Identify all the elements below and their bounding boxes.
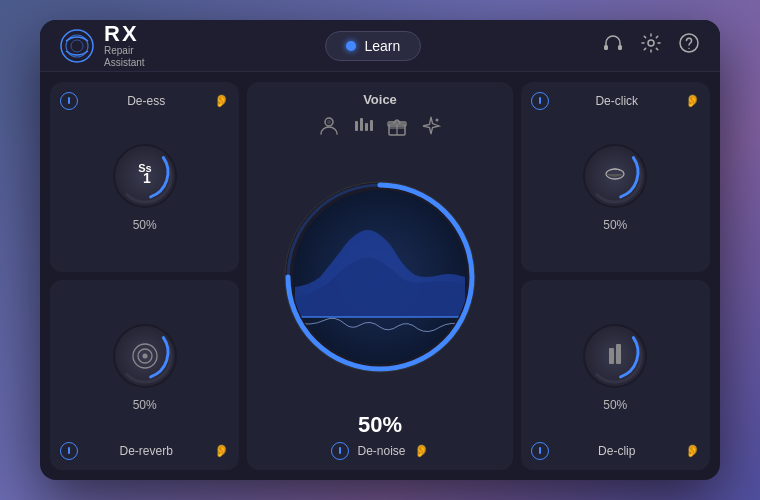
voice-sparkle-icon[interactable]	[420, 115, 442, 142]
svg-point-2	[71, 40, 83, 52]
de-click-power[interactable]	[531, 92, 549, 110]
app-window: RX Repair Assistant Learn	[40, 20, 720, 480]
learn-button[interactable]: Learn	[325, 31, 421, 61]
svg-rect-14	[355, 121, 358, 131]
de-clip-value: 50%	[603, 398, 627, 412]
de-reverb-value: 50%	[133, 398, 157, 412]
voice-mode-icons	[318, 115, 442, 142]
svg-point-13	[327, 120, 331, 124]
svg-point-33	[142, 354, 147, 359]
learn-dot	[346, 41, 356, 51]
voice-value-container: 50%	[358, 412, 402, 438]
de-ess-power[interactable]	[60, 92, 78, 110]
voice-visualizer	[280, 150, 480, 404]
de-clip-power[interactable]	[531, 442, 549, 460]
de-ess-ear-icon[interactable]: 👂	[214, 94, 229, 108]
de-ess-header: De-ess 👂	[60, 92, 229, 110]
voice-person-icon[interactable]	[318, 115, 340, 142]
de-clip-module: 50% De-clip 👂	[521, 280, 710, 470]
svg-point-5	[648, 40, 654, 46]
de-reverb-knob[interactable]	[109, 320, 181, 392]
brand-rx: RX	[104, 23, 145, 45]
learn-label: Learn	[364, 38, 400, 54]
de-noise-power[interactable]	[331, 442, 349, 460]
de-ess-module: De-ess 👂	[50, 82, 239, 272]
de-reverb-power[interactable]	[60, 442, 78, 460]
svg-rect-3	[604, 45, 608, 50]
de-clip-knob[interactable]	[579, 320, 651, 392]
help-icon[interactable]	[678, 32, 700, 59]
de-reverb-title: De-reverb	[78, 444, 214, 458]
voice-title: Voice	[363, 92, 397, 107]
de-click-header: De-click 👂	[531, 92, 700, 110]
svg-point-7	[688, 48, 689, 49]
de-clip-knob-container: 50%	[579, 290, 651, 442]
de-click-value: 50%	[603, 218, 627, 232]
de-click-title: De-click	[549, 94, 685, 108]
de-reverb-ear-icon[interactable]: 👂	[214, 444, 229, 458]
svg-point-35	[585, 326, 645, 386]
voice-percent: 50%	[358, 412, 402, 438]
headphones-icon[interactable]	[602, 32, 624, 59]
voice-bars-icon[interactable]	[352, 115, 374, 142]
de-reverb-module: 50% De-reverb 👂	[50, 280, 239, 470]
main-grid: De-ess 👂	[40, 72, 720, 480]
svg-text:1: 1	[143, 170, 151, 186]
header-left: RX Repair Assistant	[60, 23, 145, 69]
de-clip-title: De-clip	[549, 444, 685, 458]
svg-point-6	[680, 34, 698, 52]
logo-icon	[60, 29, 94, 63]
svg-rect-4	[618, 45, 622, 50]
svg-point-20	[435, 119, 438, 122]
de-reverb-knob-container: 50%	[109, 290, 181, 442]
de-click-knob[interactable]	[579, 140, 651, 212]
de-ess-knob-container: Ss 1 50%	[109, 110, 181, 262]
svg-rect-15	[360, 118, 363, 131]
svg-rect-16	[365, 123, 368, 131]
de-clip-ear-icon[interactable]: 👂	[685, 444, 700, 458]
voice-module: Voice	[247, 82, 512, 470]
gear-icon[interactable]	[640, 32, 662, 59]
de-click-module: De-click 👂	[521, 82, 710, 272]
de-clip-header: De-clip 👂	[531, 442, 700, 460]
svg-rect-17	[370, 120, 373, 131]
voice-gift-icon[interactable]	[386, 115, 408, 142]
de-click-ear-icon[interactable]: 👂	[685, 94, 700, 108]
de-ess-knob[interactable]: Ss 1	[109, 140, 181, 212]
header: RX Repair Assistant Learn	[40, 20, 720, 72]
de-ess-value: 50%	[133, 218, 157, 232]
de-noise-ear[interactable]: 👂	[414, 444, 429, 458]
svg-rect-36	[609, 348, 614, 364]
de-click-knob-container: 50%	[579, 110, 651, 262]
brand-subtitle: Repair Assistant	[104, 45, 145, 69]
de-ess-title: De-ess	[78, 94, 214, 108]
de-reverb-header: De-reverb 👂	[60, 442, 229, 460]
svg-rect-37	[616, 344, 621, 364]
de-noise-title: De-noise	[357, 444, 405, 458]
logo-text: RX Repair Assistant	[104, 23, 145, 69]
header-icons	[602, 32, 700, 59]
